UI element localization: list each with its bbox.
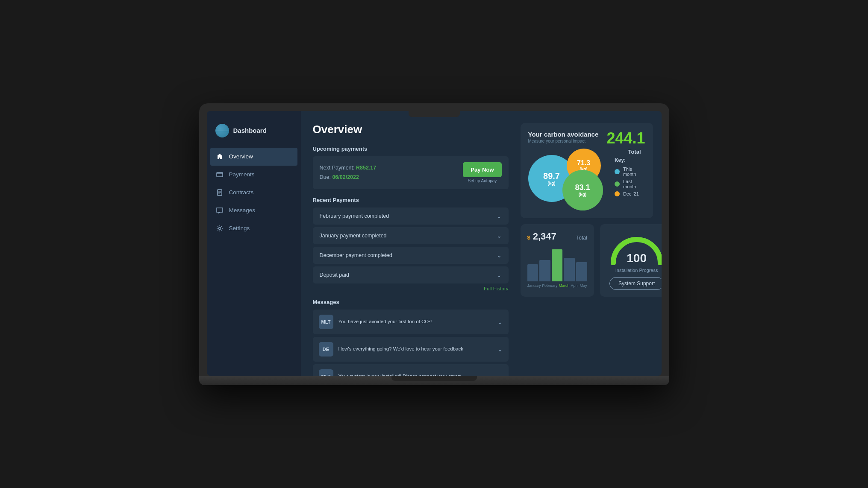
message-item-1[interactable]: DE How's everything going? We'd love to …	[313, 337, 509, 362]
sidebar-item-overview[interactable]: Overview	[210, 148, 297, 166]
carbon-key: Key: This month Last month	[615, 157, 645, 199]
key-title: Key:	[615, 157, 645, 163]
bubble-green-unit: (kg)	[579, 192, 586, 197]
bubble-gold-value: 71.3	[577, 159, 590, 167]
key-label-0: This month	[623, 167, 645, 177]
chevron-icon-0: ⌄	[497, 319, 503, 325]
installation-label: Installation Progress	[615, 268, 658, 273]
carbon-total-label: Total	[628, 149, 641, 155]
sidebar-item-payments[interactable]: Payments	[207, 166, 301, 184]
key-row-2: Dec '21	[615, 191, 645, 196]
bar-1	[539, 260, 550, 281]
svg-point-2	[218, 227, 221, 229]
key-label-2: Dec '21	[623, 191, 639, 196]
savings-header: $ 2,347 Total	[527, 231, 587, 242]
settings-icon	[215, 224, 224, 233]
sidebar-overview-label: Overview	[229, 153, 253, 160]
sidebar-contracts-label: Contracts	[229, 189, 254, 196]
bar-label-3: April	[571, 283, 579, 288]
chevron-up-icon-1: ⌄	[497, 232, 502, 239]
pay-now-container: Pay Now Set up Autopay	[463, 162, 501, 183]
chevron-up-icon-3: ⌄	[497, 272, 502, 278]
bar-labels: JanuaryFebruaryMarchAprilMay	[527, 283, 587, 288]
payment-info: Next Payment: R852.17 Due: 06/02/2022	[320, 163, 377, 182]
payment-label-3: Deposit paid	[320, 272, 350, 278]
bubble-blue-unit: (kg)	[547, 181, 555, 186]
sidebar-payments-label: Payments	[229, 171, 255, 178]
sidebar-item-messages[interactable]: Messages	[207, 202, 301, 219]
message-item-0[interactable]: MLT You have just avoided your first ton…	[313, 310, 509, 334]
due-label: Due:	[320, 174, 331, 180]
page-title: Overview	[313, 123, 509, 136]
key-dot-1	[615, 181, 620, 187]
recent-payments-title: Recent Payments	[313, 197, 509, 203]
bar-label-1: February	[542, 283, 558, 288]
autopay-label[interactable]: Set up Autopay	[463, 178, 501, 183]
msg-text-2: Your system is now installed! Please con…	[338, 373, 492, 375]
home-icon	[215, 152, 224, 161]
msg-text-0: You have just avoided your first ton of …	[338, 318, 492, 325]
sidebar-item-contracts[interactable]: Contracts	[207, 184, 301, 202]
carbon-card: Your carbon avoidance Measure your perso…	[521, 123, 653, 218]
payment-item-3[interactable]: Deposit paid ⌄	[313, 266, 509, 283]
savings-amount: 2,347	[533, 231, 556, 242]
gauge-container: 100	[607, 231, 662, 265]
system-support-button[interactable]: System Support	[609, 277, 662, 290]
bubble-last-month: 83.1 (kg)	[562, 170, 603, 210]
chevron-icon-1: ⌄	[497, 346, 503, 353]
carbon-total-value: 244.1	[606, 131, 645, 146]
installation-card: 100 Installation Progress System Support	[600, 224, 662, 297]
next-payment-label: Next Payment:	[320, 165, 355, 171]
savings-dollar: $	[527, 234, 530, 241]
key-dot-2	[615, 191, 620, 196]
bubbles-area: 89.7 (kg) 71.3 (kg) 83.1 (kg)	[528, 149, 610, 210]
main-content: Overview Upcoming payments Next Payment:…	[301, 111, 521, 376]
bar-4	[576, 262, 587, 281]
sidebar-settings-label: Settings	[229, 225, 250, 231]
payment-item-1[interactable]: January payment completed ⌄	[313, 227, 509, 244]
bubble-green-value: 83.1	[575, 183, 590, 192]
sidebar-item-settings[interactable]: Settings	[207, 219, 301, 237]
gauge-value: 100	[627, 251, 647, 265]
messages-icon	[215, 206, 224, 215]
msg-avatar-2: MLT	[319, 369, 333, 376]
bar-label-4: May	[580, 283, 587, 288]
savings-card: $ 2,347 Total JanuaryFebruaryMarchAprilM…	[521, 224, 594, 297]
payment-item-0[interactable]: February payment completed ⌄	[313, 207, 509, 225]
next-payment-amount: R852.17	[356, 165, 376, 171]
payment-label-1: January payment completed	[320, 233, 387, 239]
bar-label-0: January	[527, 283, 541, 288]
bar-label-2: March	[559, 283, 570, 288]
bar-2	[552, 249, 563, 281]
logo-globe-icon	[215, 124, 229, 137]
sidebar-messages-label: Messages	[229, 207, 256, 213]
upcoming-payments-title: Upcoming payments	[313, 146, 509, 152]
msg-avatar-1: DE	[319, 342, 333, 357]
bottom-cards: $ 2,347 Total JanuaryFebruaryMarchAprilM…	[521, 224, 653, 297]
svg-rect-0	[217, 172, 223, 177]
msg-text-1: How's everything going? We'd love to hea…	[338, 345, 492, 352]
sidebar: Dashboard Overview	[207, 111, 301, 376]
msg-avatar-0: MLT	[319, 315, 333, 329]
pay-now-button[interactable]: Pay Now	[463, 162, 501, 177]
chevron-up-icon-0: ⌄	[497, 213, 502, 219]
contracts-icon	[215, 188, 224, 197]
chevron-icon-2: ⌄	[497, 373, 503, 376]
key-row-1: Last month	[615, 179, 645, 189]
full-history-link[interactable]: Full History	[313, 286, 509, 291]
upcoming-payments-box: Next Payment: R852.17 Due: 06/02/2022 Pa…	[313, 156, 509, 189]
key-dot-0	[615, 169, 620, 174]
key-row-0: This month	[615, 167, 645, 177]
sidebar-brand: Dashboard	[233, 127, 267, 134]
right-panel: Your carbon avoidance Measure your perso…	[521, 111, 662, 376]
payment-label-0: February payment completed	[320, 213, 389, 219]
bubble-blue-value: 89.7	[543, 171, 560, 181]
key-label-1: Last month	[623, 179, 645, 189]
payments-icon	[215, 170, 224, 179]
messages-title: Messages	[313, 299, 509, 305]
messages-section: Messages MLT You have just avoided your …	[313, 299, 509, 376]
sidebar-logo: Dashboard	[207, 120, 301, 148]
payment-item-2[interactable]: December payment completed ⌄	[313, 247, 509, 264]
message-item-2[interactable]: MLT Your system is now installed! Please…	[313, 364, 509, 376]
chevron-up-icon-2: ⌄	[497, 252, 502, 259]
